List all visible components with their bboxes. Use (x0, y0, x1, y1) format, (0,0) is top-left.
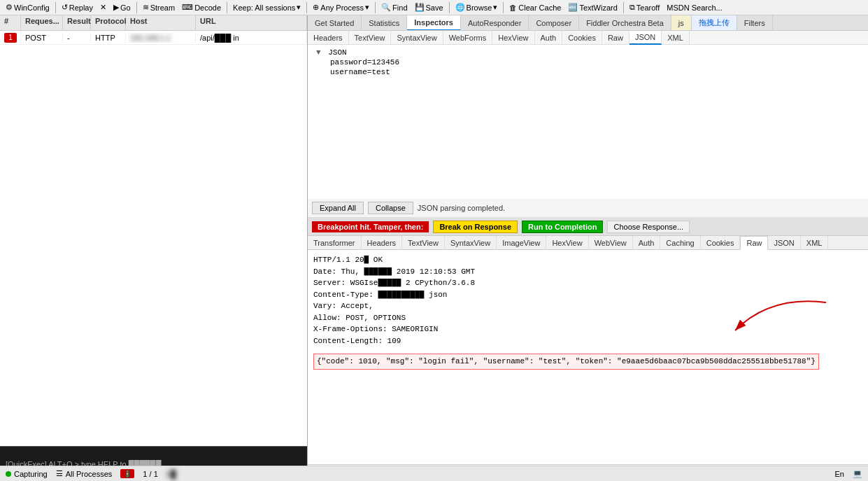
run-to-completion-button[interactable]: Run to Completion (522, 221, 603, 233)
process-icon: ⊕ (313, 3, 319, 12)
res-tab-xml[interactable]: XML (801, 236, 829, 250)
req-tab-hexview[interactable]: HexView (492, 31, 534, 45)
res-tab-syntaxview[interactable]: SyntaxView (445, 236, 497, 250)
tab-upload[interactable]: 拖拽上传 (692, 15, 737, 31)
session-list: 1 POST - HTTP 192.168.1.1 /api/███ in (0, 31, 307, 446)
toolbar-decode[interactable]: ⌨ Decode (179, 2, 224, 13)
toolbar-anyprocess[interactable]: ⊕ Any Process ▾ (310, 2, 372, 13)
res-tab-hexview[interactable]: HexView (546, 236, 588, 250)
anyprocess-dropdown-icon: ▾ (365, 3, 369, 12)
toolbar-save[interactable]: 💾 Save (412, 2, 446, 13)
left-panel: # Reques... Result Protocol Host URL 1 P… (0, 15, 308, 481)
allow-line: Allow: POST, OPTIONS (313, 312, 862, 324)
all-processes-label: All Processes (66, 470, 113, 478)
tree-root-label: JSON (328, 48, 346, 57)
tree-item-username[interactable]: username=test (313, 67, 862, 77)
find-icon: 🔍 (381, 3, 391, 12)
res-tab-json[interactable]: JSON (768, 236, 800, 250)
toolbar-browse[interactable]: 🌐 Browse ▾ (453, 2, 501, 13)
collapse-button[interactable]: Collapse (368, 202, 413, 214)
toolbar-msdnsearch[interactable]: MSDN Search... (664, 3, 725, 13)
res-tab-caching[interactable]: Caching (660, 236, 700, 250)
break-on-response-button[interactable]: Break on Response (433, 221, 518, 233)
toolbar-tearoff[interactable]: ⧉ Tearoff (627, 2, 662, 13)
save-icon: 💾 (415, 3, 425, 12)
decode-icon: ⌨ (182, 3, 193, 12)
main-toolbar: ⚙ WinConfig ↺ Replay ✕ ▶ Go ≋ Stream ⌨ D… (0, 0, 868, 15)
req-tab-json[interactable]: JSON (629, 31, 662, 45)
req-tab-auth[interactable]: Auth (535, 31, 563, 45)
res-tab-cookies[interactable]: Cookies (701, 236, 741, 250)
tab-extra[interactable]: js (671, 15, 692, 31)
table-row[interactable]: 1 POST - HTTP 192.168.1.1 /api/███ in (0, 31, 307, 45)
req-tab-webforms[interactable]: WebForms (443, 31, 493, 45)
textwizard-icon: 🔤 (568, 3, 578, 12)
page-info: 1 / 1 (143, 470, 157, 478)
toolbar-sep-5 (375, 2, 376, 13)
toolbar-find[interactable]: 🔍 Find (378, 2, 410, 13)
capture-status[interactable]: Capturing (6, 470, 48, 478)
req-tab-xml[interactable]: XML (662, 31, 690, 45)
req-tab-headers[interactable]: Headers (308, 31, 349, 45)
toolbar-x[interactable]: ✕ (97, 2, 109, 13)
res-tab-headers[interactable]: Headers (362, 236, 403, 250)
response-content: HTTP/1.1 20█ OK Date: Thu, ██████ 2019 1… (308, 250, 868, 464)
res-tab-textview[interactable]: TextView (402, 236, 445, 250)
http-response-text: HTTP/1.1 20█ OK Date: Thu, ██████ 2019 1… (313, 254, 862, 370)
toolbar-sep-3 (227, 2, 227, 13)
toolbar-winconfig[interactable]: ⚙ WinConfig (3, 2, 52, 13)
res-tab-auth[interactable]: Auth (633, 236, 661, 250)
toolbar-sep-4 (306, 2, 307, 13)
tab-get-started[interactable]: Get Started (308, 15, 362, 31)
session-host-blurred: 192.168.1.1 (130, 34, 171, 42)
status-bar: Capturing ☰ All Processes 🚦 1 / 1 h█ En … (0, 466, 868, 481)
toolbar-clearcache[interactable]: 🗑 Clear Cache (506, 3, 564, 13)
toolbar-sep-6 (449, 2, 450, 13)
locale-status: 💻 (853, 469, 862, 478)
session-result: - (63, 33, 91, 43)
toolbar-stream[interactable]: ≋ Stream (140, 2, 178, 13)
req-tab-syntaxview[interactable]: SyntaxView (391, 31, 443, 45)
tab-statistics[interactable]: Statistics (362, 15, 407, 31)
session-host: 192.168.1.1 (126, 33, 196, 43)
toolbar-keep[interactable]: Keep: All sessions ▾ (230, 2, 304, 13)
toolbar-sep-7 (503, 2, 504, 13)
session-header: # Reques... Result Protocol Host URL (0, 15, 307, 31)
req-tab-textview[interactable]: TextView (349, 31, 392, 45)
winconfig-icon: ⚙ (6, 3, 13, 12)
process-status[interactable]: ☰ All Processes (56, 469, 113, 478)
tab-fiddler-orchestra[interactable]: Fiddler Orchestra Beta (579, 15, 671, 31)
expand-all-button[interactable]: Expand All (312, 202, 364, 214)
tree-root[interactable]: ▼ JSON (313, 48, 862, 57)
col-url: URL (196, 15, 307, 30)
tree-item-password[interactable]: password=123456 (313, 57, 862, 67)
res-tab-transformer[interactable]: Transformer (308, 236, 362, 250)
main-tab-bar: Get Started Statistics Inspectors AutoRe… (308, 15, 868, 31)
expand-collapse-bar: Expand All Collapse JSON parsing complet… (308, 199, 868, 218)
col-num: # (0, 15, 21, 30)
date-line: Date: Thu, ██████ 2019 12:10:53 GMT (313, 266, 862, 278)
tree-item-password-key: password=123456 (330, 58, 399, 67)
toolbar-sep-1 (55, 2, 56, 13)
res-tab-webview[interactable]: WebView (589, 236, 633, 250)
toolbar-replay[interactable]: ↺ Replay (59, 2, 96, 13)
breakpoint-bar: Breakpoint hit. Tamper, then: Break on R… (308, 218, 868, 236)
toolbar-textwizard[interactable]: 🔤 TextWizard (565, 2, 620, 13)
content-type-line: Content-Type: ██████████ json (313, 289, 862, 301)
res-tab-raw[interactable]: Raw (740, 236, 768, 250)
tab-composer[interactable]: Composer (529, 15, 579, 31)
res-tab-imageview[interactable]: ImageView (497, 236, 546, 250)
tab-autoresponder[interactable]: AutoResponder (461, 15, 529, 31)
keep-dropdown-icon: ▾ (297, 3, 301, 12)
tab-inspectors[interactable]: Inspectors (407, 15, 461, 31)
tearoff-icon: ⧉ (629, 3, 635, 12)
toolbar-go[interactable]: ▶ Go (111, 2, 134, 13)
choose-response-button[interactable]: Choose Response... (607, 221, 690, 233)
request-tab-bar: Headers TextView SyntaxView WebForms Hex… (308, 31, 868, 45)
x-icon: ✕ (100, 3, 106, 12)
req-tab-cookies[interactable]: Cookies (562, 31, 602, 45)
encoding-label: En (835, 470, 844, 478)
session-badge-icon: 🚦 (120, 469, 134, 478)
req-tab-raw[interactable]: Raw (602, 31, 629, 45)
tab-filters[interactable]: Filters (737, 15, 773, 31)
